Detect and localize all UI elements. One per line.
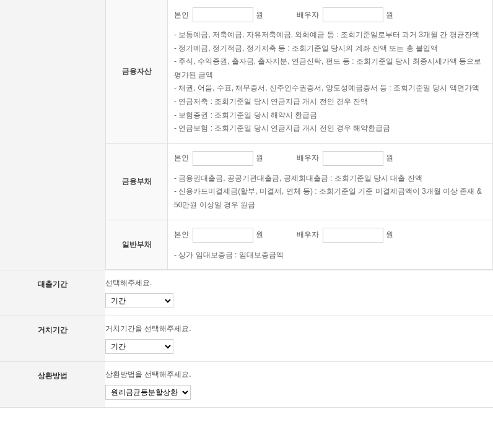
general-debts-desc: - 상가 임대보증금 : 임대보증금액 xyxy=(174,249,486,262)
desc-line: - 신용카드미결제금(할부, 미결제, 연체 등) : 조회기준일 기준 미결제… xyxy=(174,185,486,212)
assets-self-label: 본인 xyxy=(174,10,189,20)
loan-period-row: 대출기간 선택해주세요. 기간 xyxy=(0,270,493,316)
desc-line: - 연금보험 : 조회기준일 당시 연금지급 개시 전인 경우 해약환급금 xyxy=(174,122,486,136)
general-debts-spouse-input[interactable] xyxy=(323,228,383,243)
grace-period-row: 거치기간 거치기간을 선택해주세요. 기간 xyxy=(0,316,493,362)
general-debts-content: 본인 원 배우자 원 - 상가 임대보증금 : 임대보증금액 xyxy=(168,220,492,270)
general-debts-self-input[interactable] xyxy=(193,228,253,243)
loan-period-content: 선택해주세요. 기간 xyxy=(105,270,493,316)
general-debts-self-unit: 원 xyxy=(256,230,263,240)
general-debts-label: 일반부채 xyxy=(106,220,168,270)
general-debts-input-row: 본인 원 배우자 원 xyxy=(174,228,486,243)
financial-debts-content: 본인 원 배우자 원 - 금융권대출금, 공공기관대출금, 공제회대출금 : 조… xyxy=(168,144,492,220)
assets-self-unit: 원 xyxy=(256,10,263,20)
grace-period-select[interactable]: 기간 xyxy=(105,339,173,354)
assets-self-input[interactable] xyxy=(193,7,253,22)
desc-line: - 채권, 어음, 수표, 채무증서, 신주인수권증서, 양도성예금증서 등 :… xyxy=(174,82,486,95)
assets-spouse-label: 배우자 xyxy=(297,10,319,20)
general-debts-self-label: 본인 xyxy=(174,230,189,240)
assets-desc: - 보통예금, 저축예금, 자유저축예금, 외화예금 등 : 조회기준일로부터 … xyxy=(174,28,486,136)
desc-line: - 보험증권 : 조회기준일 당시 해약시 환급금 xyxy=(174,109,486,123)
repayment-content: 상환방법을 선택해주세요. 원리금균등분할상환 xyxy=(105,362,493,407)
financial-assets-row: 금융자산 본인 원 배우자 원 - 보통예금, 저축예금, 자유저축예금, 외화… xyxy=(105,0,493,144)
repayment-select[interactable]: 원리금균등분할상환 xyxy=(105,385,191,400)
assets-spouse-input[interactable] xyxy=(323,7,383,22)
debts-desc: - 금융권대출금, 공공기관대출금, 공제회대출금 : 조회기준일 당시 대출 … xyxy=(174,172,486,212)
desc-line: - 연금저축 : 조회기준일 당시 연금지급 개시 전인 경우 잔액 xyxy=(174,95,486,109)
grace-period-content: 거치기간을 선택해주세요. 기간 xyxy=(105,316,493,361)
debts-spouse-input[interactable] xyxy=(323,151,383,166)
debts-self-label: 본인 xyxy=(174,153,189,163)
financial-content: 금융자산 본인 원 배우자 원 - 보통예금, 저축예금, 자유저축예금, 외화… xyxy=(105,0,493,270)
desc-line: - 주식, 수익증권, 출자금, 출자지분, 연금신탁, 펀드 등 : 조회기준… xyxy=(174,55,486,82)
loan-period-hint: 선택해주세요. xyxy=(105,278,493,288)
debts-spouse-label: 배우자 xyxy=(297,153,319,163)
financial-debts-label: 금융부채 xyxy=(106,144,168,220)
repayment-row: 상환방법 상환방법을 선택해주세요. 원리금균등분할상환 xyxy=(0,362,493,408)
financial-debts-row: 금융부채 본인 원 배우자 원 - 금융권대출금, 공공기관대출금, 공제회대출… xyxy=(105,144,493,220)
grace-period-hint: 거치기간을 선택해주세요. xyxy=(105,324,493,334)
debts-spouse-unit: 원 xyxy=(386,153,393,163)
debts-input-row: 본인 원 배우자 원 xyxy=(174,151,486,166)
grace-period-label: 거치기간 xyxy=(0,316,105,361)
loan-period-select[interactable]: 기간 xyxy=(105,293,173,308)
assets-input-row: 본인 원 배우자 원 xyxy=(174,7,486,22)
financial-assets-content: 본인 원 배우자 원 - 보통예금, 저축예금, 자유저축예금, 외화예금 등 … xyxy=(168,0,492,143)
financial-main-label xyxy=(0,0,105,270)
desc-line: - 정기예금, 정기적금, 정기저축 등 : 조회기준일 당시의 계좌 잔액 또… xyxy=(174,42,486,56)
debts-self-input[interactable] xyxy=(193,151,253,166)
debts-self-unit: 원 xyxy=(256,153,263,163)
financial-section: 금융자산 본인 원 배우자 원 - 보통예금, 저축예금, 자유저축예금, 외화… xyxy=(0,0,493,270)
desc-line: - 보통예금, 저축예금, 자유저축예금, 외화예금 등 : 조회기준일로부터 … xyxy=(174,28,486,42)
repayment-label: 상환방법 xyxy=(0,362,105,407)
general-debts-row: 일반부채 본인 원 배우자 원 - 상가 임대보증금 : 임대보증금액 xyxy=(105,220,493,270)
financial-assets-label: 금융자산 xyxy=(106,0,168,143)
financial-table: 금융자산 본인 원 배우자 원 - 보통예금, 저축예금, 자유저축예금, 외화… xyxy=(105,0,493,270)
desc-line: - 금융권대출금, 공공기관대출금, 공제회대출금 : 조회기준일 당시 대출 … xyxy=(174,172,486,186)
general-debts-spouse-label: 배우자 xyxy=(297,230,319,240)
form-container: 금융자산 본인 원 배우자 원 - 보통예금, 저축예금, 자유저축예금, 외화… xyxy=(0,0,493,408)
desc-line: - 상가 임대보증금 : 임대보증금액 xyxy=(174,249,486,262)
loan-period-label: 대출기간 xyxy=(0,270,105,316)
assets-spouse-unit: 원 xyxy=(386,10,393,20)
repayment-hint: 상환방법을 선택해주세요. xyxy=(105,369,493,380)
general-debts-spouse-unit: 원 xyxy=(386,230,393,240)
